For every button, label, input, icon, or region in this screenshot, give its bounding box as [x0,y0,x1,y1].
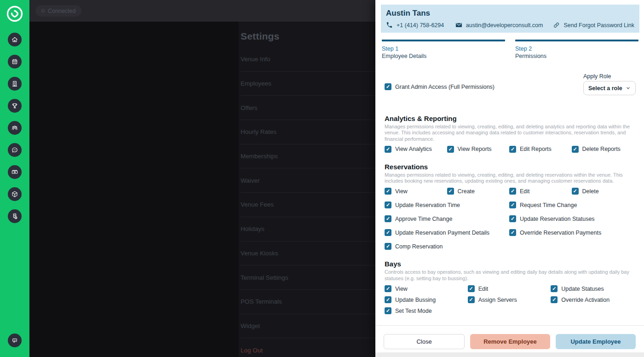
wizard-steps: Step 1 Employee Details Step 2 Permissio… [381,40,639,59]
checkbox-checked[interactable] [551,296,558,303]
step-1-employee-details[interactable]: Step 1 Employee Details [382,40,505,59]
checkbox-label: Delete [582,188,599,195]
connected-label: Connected [48,8,75,14]
settings-item-hourly-rates[interactable]: Hourly Rates [241,120,375,144]
top-bar: Connected [29,0,375,22]
settings-item-widget[interactable]: Widget [241,314,375,339]
checkbox-checked[interactable] [385,215,391,222]
settings-item-waiver[interactable]: Waiver [241,168,375,193]
permission-view-analytics: View Analytics [385,146,447,153]
settings-item-pos-terminals[interactable]: POS Terminals [241,290,375,314]
employee-name: Austin Tans [386,9,634,18]
settings-item-venue-fees[interactable]: Venue Fees [241,193,375,217]
payments-icon[interactable] [8,165,22,179]
checkbox-checked[interactable] [509,202,516,208]
brand-logo-icon [4,3,25,24]
checkbox-checked[interactable] [385,307,391,314]
messages-icon[interactable] [8,143,22,157]
permission-update-bussing: Update Bussing [385,296,468,303]
checkbox-label: Comp Reservation [395,243,443,250]
checkbox-label: Request Time Change [520,202,577,208]
checkbox-checked[interactable] [468,285,475,292]
trophy-icon[interactable] [8,99,22,113]
checkbox-checked[interactable] [385,285,391,292]
checkbox-label: View [395,286,408,292]
calendar-icon[interactable] [8,55,22,69]
email-icon [455,22,462,29]
checkbox-checked[interactable] [509,229,516,236]
checkbox-checked[interactable] [551,285,558,292]
checkbox-checked[interactable] [447,188,454,195]
permission-request-time-change: Request Time Change [509,202,634,208]
checkbox-checked[interactable] [572,188,579,195]
members-icon[interactable] [8,121,22,135]
settings-item-venue-kiosks[interactable]: Venue Kiosks [241,242,375,266]
feedback-icon[interactable] [8,334,22,347]
connection-status-badge: Connected [35,5,81,17]
venue-building-icon[interactable] [8,77,22,91]
checkbox-label: Override Reservation Payments [520,230,601,236]
section-description: Controls access to bay operations, such … [385,269,634,282]
settings-item-holidays[interactable]: Holidays [241,217,375,242]
employee-phone-text: +1 (414) 758-6294 [397,22,444,29]
checkbox-checked[interactable] [385,296,391,303]
update-employee-button[interactable]: Update Employee [556,334,636,349]
permission-view-reports: View Reports [447,146,510,153]
step-1-bar [382,40,505,41]
permission-delete-reports: Delete Reports [572,146,634,153]
checkbox-checked[interactable] [385,202,391,208]
products-package-icon[interactable] [8,187,22,201]
employee-drawer: Austin Tans +1 (414) 758-6294 austin@ [375,0,644,357]
step-2-bar [515,40,638,41]
checkbox-checked[interactable] [572,146,579,153]
apply-role-group: Apply Role Select a role [583,73,636,95]
employee-phone: +1 (414) 758-6294 [386,22,444,29]
permission-edit: Edit [509,188,572,195]
settings-item-terminal-settings[interactable]: Terminal Settings [241,265,375,290]
section-description: Manages permissions related to viewing, … [385,124,634,142]
checkbox-checked[interactable] [468,296,475,303]
checkbox-label: View Reports [458,146,492,152]
checkbox-checked[interactable] [509,188,516,195]
checkbox-checked[interactable] [385,146,391,153]
settings-title: Settings [241,31,375,42]
checkbox-label: Delete Reports [582,146,621,152]
checkbox-checked[interactable] [509,215,516,222]
step-2-permissions[interactable]: Step 2 Permissions [515,40,638,59]
settings-item-memberships[interactable]: Memberships [241,144,375,169]
settings-item-employees[interactable]: Employees [241,72,375,96]
grant-admin-access-checkbox-item: Grant Admin Access (Full Permissions) [385,83,494,90]
checkbox-checked[interactable] [385,188,391,195]
send-forgot-password-link[interactable]: Send Forgot Password Link [553,22,634,29]
checkbox-checked[interactable] [509,146,516,153]
employee-email-text: austin@developerconsult.com [466,22,543,29]
section-bays: BaysControls access to bay operations, s… [385,260,634,314]
pos-billing-icon[interactable]: $ [8,209,22,223]
permission-assign-servers: Assign Servers [468,296,551,303]
permission-approve-time-change: Approve Time Change [385,215,509,222]
step-1-number: Step 1 [382,46,505,52]
permission-delete: Delete [572,188,634,195]
checkbox-label: Update Reservation Statuses [520,216,595,222]
checkbox-checked[interactable] [385,229,391,236]
close-button[interactable]: Close [384,334,465,349]
grant-admin-access-checkbox[interactable] [385,83,391,90]
permission-grid: ViewEditUpdate StatusesUpdate BussingAss… [385,285,634,314]
settings-item-venue-info[interactable]: Venue Info [241,47,375,72]
settings-item-offers[interactable]: Offers [241,96,375,120]
apply-role-select[interactable]: Select a role [583,81,636,95]
permission-edit-reports: Edit Reports [509,146,572,153]
remove-employee-button[interactable]: Remove Employee [470,334,550,349]
checkbox-label: View [395,188,408,195]
sidebar-nav: $ [8,33,22,223]
status-dot-icon [41,9,45,12]
settings-item-log-out[interactable]: Log Out [241,338,375,357]
checkbox-label: Update Reservation Payment Details [395,230,489,236]
checkbox-checked[interactable] [385,243,391,250]
permission-update-statuses: Update Statuses [551,285,634,292]
drawer-bottom-strip [375,352,644,357]
checkbox-checked[interactable] [447,146,454,153]
home-icon[interactable] [8,33,22,46]
step-2-number: Step 2 [515,46,638,52]
forgot-password-text: Send Forgot Password Link [564,22,634,29]
